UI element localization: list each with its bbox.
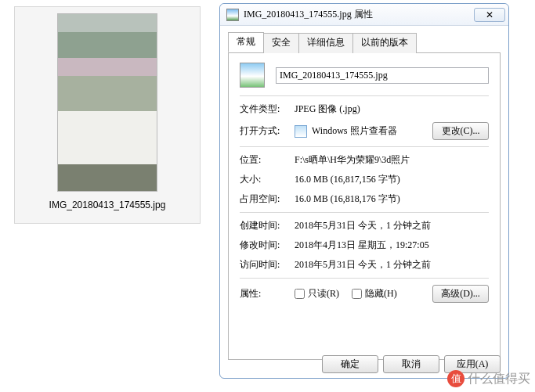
modified-value: 2018年4月13日 星期五，19:27:05 <box>295 239 489 252</box>
created-label: 创建时间: <box>240 219 295 232</box>
advanced-button[interactable]: 高级(D)... <box>432 285 489 303</box>
tab-strip: 常规 安全 详细信息 以前的版本 <box>228 32 501 53</box>
tab-general[interactable]: 常规 <box>228 32 264 52</box>
separator <box>240 212 489 213</box>
thumbnail-panel: IMG_20180413_174555.jpg <box>14 6 201 224</box>
titlebar[interactable]: IMG_20180413_174555.jpg 属性 ✕ <box>220 4 508 26</box>
size-value: 16.0 MB (16,817,156 字节) <box>295 173 489 186</box>
photo-viewer-icon <box>295 125 307 138</box>
size-label: 大小: <box>240 173 295 186</box>
tab-previous-versions[interactable]: 以前的版本 <box>352 33 417 53</box>
watermark: 值 什么值得买 <box>447 370 530 387</box>
watermark-badge: 值 <box>447 370 465 387</box>
accessed-label: 访问时间: <box>240 258 295 272</box>
tab-security[interactable]: 安全 <box>263 33 299 53</box>
watermark-text: 什么值得买 <box>468 371 530 387</box>
attributes-label: 属性: <box>240 287 295 300</box>
file-type-icon <box>226 9 239 21</box>
change-button[interactable]: 更改(C)... <box>432 122 489 140</box>
location-label: 位置: <box>240 153 295 167</box>
large-file-icon <box>240 63 265 88</box>
separator <box>240 146 489 147</box>
filetype-label: 文件类型: <box>240 102 295 116</box>
window-title: IMG_20180413_174555.jpg 属性 <box>244 8 474 21</box>
openwith-app: Windows 照片查看器 <box>312 124 432 138</box>
ok-button[interactable]: 确定 <box>322 355 378 373</box>
hidden-label: 隐藏(H) <box>365 287 397 300</box>
general-pane: 文件类型: JPEG 图像 (.jpg) 打开方式: Windows 照片查看器… <box>228 53 501 360</box>
readonly-input[interactable] <box>295 289 305 299</box>
disksize-label: 占用空间: <box>240 192 295 206</box>
location-value: F:\s晒单\H华为荣耀9\3d照片 <box>295 153 489 167</box>
readonly-label: 只读(R) <box>308 287 339 300</box>
hidden-input[interactable] <box>352 289 362 299</box>
separator <box>240 278 489 279</box>
filename-input[interactable] <box>276 67 489 84</box>
close-button[interactable]: ✕ <box>474 8 505 22</box>
thumbnail-image[interactable] <box>57 13 157 192</box>
separator <box>240 95 489 96</box>
tab-details[interactable]: 详细信息 <box>298 33 353 53</box>
properties-dialog: IMG_20180413_174555.jpg 属性 ✕ 常规 安全 详细信息 … <box>219 3 509 379</box>
readonly-checkbox[interactable]: 只读(R) <box>295 287 339 300</box>
modified-label: 修改时间: <box>240 239 295 252</box>
thumbnail-filename[interactable]: IMG_20180413_174555.jpg <box>49 200 166 210</box>
disksize-value: 16.0 MB (16,818,176 字节) <box>295 192 489 206</box>
accessed-value: 2018年5月31日 今天，1 分钟之前 <box>295 258 489 272</box>
cancel-button[interactable]: 取消 <box>383 355 439 373</box>
created-value: 2018年5月31日 今天，1 分钟之前 <box>295 219 489 232</box>
close-icon: ✕ <box>486 9 493 20</box>
openwith-label: 打开方式: <box>240 124 295 138</box>
filetype-value: JPEG 图像 (.jpg) <box>295 102 489 116</box>
hidden-checkbox[interactable]: 隐藏(H) <box>352 287 397 300</box>
